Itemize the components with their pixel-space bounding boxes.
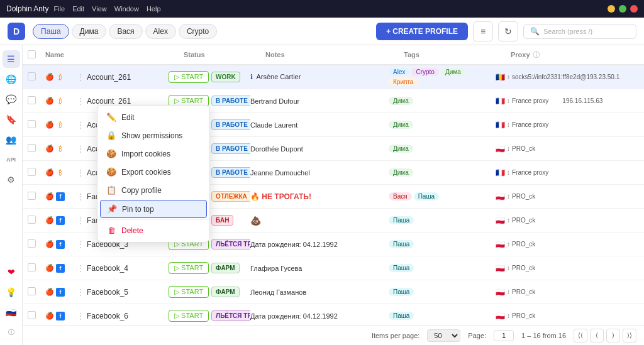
row-checkbox[interactable]: [28, 168, 36, 176]
proxy-type-icon: ↕: [507, 217, 510, 224]
page-input[interactable]: [494, 330, 514, 341]
row-checkbox[interactable]: [28, 287, 36, 295]
create-profile-button[interactable]: + CREATE PROFILE: [376, 23, 468, 40]
menu-window[interactable]: Window: [114, 5, 139, 13]
menu-item-show-permissions[interactable]: 🔒 Show permissions: [97, 126, 209, 145]
note-text: Леонид Газманов: [250, 288, 306, 296]
row-dots-menu[interactable]: ⋮: [77, 312, 87, 320]
menu-help[interactable]: Help: [147, 5, 161, 13]
th-tags: Tags: [404, 51, 511, 58]
sidebar-icon-chat[interactable]: 💬: [3, 90, 20, 108]
row-tags: Дима: [389, 168, 496, 177]
browser-icon: f: [56, 240, 65, 249]
note-text: Bertrand Dufour: [250, 97, 299, 105]
row-tags: Паша: [389, 216, 496, 224]
sidebar-icon-settings[interactable]: ⚙: [3, 171, 20, 189]
row-dots-menu[interactable]: ⋮: [77, 121, 87, 129]
profile-tab-pasha[interactable]: Паша: [33, 24, 69, 39]
sidebar-icon-profiles[interactable]: ☰: [3, 50, 20, 68]
row-proxy: 🇵🇱 ↕ PRO_ck: [496, 145, 639, 153]
profile-tab-dima[interactable]: Дима: [72, 24, 107, 39]
profile-tab-alex[interactable]: Alex: [145, 24, 176, 39]
menu-edit[interactable]: Edit: [72, 5, 84, 13]
sidebar-icon-bookmarks[interactable]: 🔖: [3, 111, 20, 128]
sidebar-icon-users[interactable]: 👥: [3, 131, 20, 148]
sidebar-icon-api[interactable]: API: [3, 151, 20, 168]
row-name: Facebook_4: [87, 264, 169, 273]
menu-item-export-cookies[interactable]: 🍪 Export cookies: [97, 163, 209, 181]
filter-button[interactable]: ≡: [473, 21, 493, 41]
titlebar: Dolphin Anty File Edit View Window Help: [0, 0, 644, 18]
menu-item-delete[interactable]: 🗑 Delete: [97, 221, 209, 239]
search-box[interactable]: 🔍 Search (press /): [523, 24, 636, 39]
start-button[interactable]: ▷ START: [169, 262, 209, 274]
row-checkbox[interactable]: [28, 144, 36, 152]
row-checkbox[interactable]: [28, 311, 36, 319]
browser-icon: f: [56, 192, 65, 201]
window-controls: [608, 5, 638, 13]
row-checkbox[interactable]: [28, 216, 36, 224]
note-text: Claude Laurent: [250, 121, 297, 129]
th-checkbox: [28, 50, 45, 60]
sidebar-icon-extensions[interactable]: 🌐: [3, 70, 20, 88]
row-dots-menu[interactable]: ⋮: [77, 192, 87, 201]
refresh-button[interactable]: ↻: [498, 21, 518, 41]
sidebar-icon-info[interactable]: ⓘ: [3, 324, 20, 341]
menu-item-edit[interactable]: ✏️ Edit: [97, 108, 209, 126]
proxy-type-icon: ↕: [507, 74, 510, 80]
proxy-type-icon: ↕: [507, 145, 510, 152]
menu-file[interactable]: File: [53, 5, 65, 13]
sidebar-icon-tip[interactable]: 💡: [3, 283, 20, 301]
row-checkbox[interactable]: [28, 72, 36, 80]
row-dots-menu[interactable]: ⋮: [77, 97, 87, 106]
row-proxy: 🇵🇱 ↕ PRO_ck: [496, 288, 639, 297]
row-dots-menu[interactable]: ⋮: [77, 240, 87, 249]
row-checkbox[interactable]: [28, 96, 36, 104]
items-per-page-select[interactable]: 50 25 100: [427, 329, 460, 342]
row-note: Глафира Гусева: [250, 265, 389, 272]
proxy-flag-icon: 🇫🇷: [496, 121, 505, 129]
profile-tab-vasia[interactable]: Вася: [109, 24, 142, 39]
row-checkbox[interactable]: [28, 192, 36, 200]
menu-item-copy-profile[interactable]: 📋 Copy profile: [97, 181, 209, 199]
browser-icon: ₿: [56, 97, 65, 106]
first-page-button[interactable]: ⟨⟨: [574, 329, 587, 342]
footer: Items per page: 50 25 100 Page: 1 – 16 f…: [23, 325, 644, 345]
row-name: Account_261: [87, 97, 169, 106]
close-button[interactable]: [630, 5, 638, 13]
row-dots-menu[interactable]: ⋮: [77, 145, 87, 153]
proxy-type-icon: ↕: [507, 241, 510, 248]
next-page-button[interactable]: ⟩: [606, 329, 620, 342]
start-button[interactable]: ▷ START: [169, 71, 209, 83]
table-row: 🍎 f ⋮ Facebook_5 ▷ START ФАРМ Леонид Газ…: [23, 280, 644, 304]
last-page-button[interactable]: ⟩⟩: [623, 329, 636, 342]
row-tags: Alex Crypto Дима Крипта: [389, 68, 496, 86]
os-icon: 🍎: [45, 97, 54, 105]
row-checkbox[interactable]: [28, 239, 36, 248]
row-note: Леонид Газманов: [250, 288, 389, 296]
sidebar-icon-flag[interactable]: 🇷🇺: [3, 304, 20, 321]
row-dots-menu[interactable]: ⋮: [77, 288, 87, 297]
menu-view[interactable]: View: [92, 5, 107, 13]
sidebar-icon-favorite[interactable]: ❤: [3, 263, 20, 281]
row-checkbox[interactable]: [28, 263, 36, 271]
prev-page-button[interactable]: ⟨: [590, 329, 604, 342]
select-all-checkbox[interactable]: [28, 50, 36, 58]
row-checkbox[interactable]: [28, 120, 36, 128]
row-dots-menu[interactable]: ⋮: [77, 264, 87, 273]
start-button[interactable]: ▷ START: [169, 286, 209, 298]
menu-item-pin-to-top[interactable]: 📌 Pin to top: [100, 200, 207, 218]
row-dots-menu[interactable]: ⋮: [77, 168, 87, 177]
row-tags: Дима: [389, 121, 496, 129]
minimize-button[interactable]: [608, 5, 615, 13]
maximize-button[interactable]: [619, 5, 626, 13]
profile-tab-crypto[interactable]: Crypto: [179, 24, 217, 39]
start-button[interactable]: ▷ START: [169, 310, 209, 322]
tag: Alex: [389, 68, 409, 76]
search-placeholder: Search (press /): [543, 28, 592, 35]
row-dots-menu[interactable]: ⋮: [77, 73, 87, 82]
os-icon: 🍎: [45, 288, 54, 296]
menu-item-import-cookies[interactable]: 🍪 Import cookies: [97, 145, 209, 163]
row-dots-menu[interactable]: ⋮: [77, 216, 87, 225]
note-text: 💩: [250, 216, 261, 226]
